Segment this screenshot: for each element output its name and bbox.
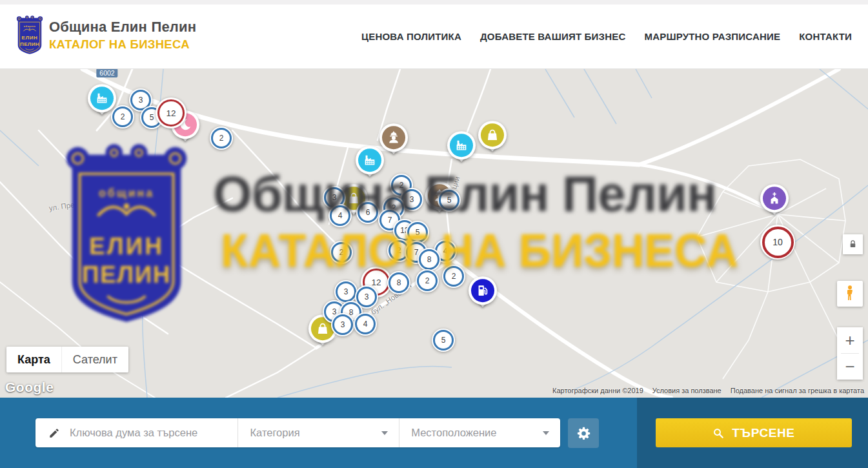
- cluster-count: 3: [410, 195, 414, 204]
- cluster-count: 2: [452, 272, 456, 281]
- cluster-marker[interactable]: 5: [438, 188, 461, 212]
- attribution-terms-link[interactable]: Условия за ползване: [652, 387, 722, 394]
- nav-item-add-business[interactable]: ДОБАВЕТЕ ВАШИЯТ БИЗНЕС: [480, 31, 625, 42]
- markers-layer: 325122235346271352274812822333834510: [0, 69, 868, 398]
- nav-item-pricing[interactable]: ЦЕНОВА ПОЛИТИКА: [361, 31, 461, 42]
- google-logo[interactable]: Google: [5, 380, 54, 395]
- location-select[interactable]: Местоположение: [399, 418, 560, 447]
- page-top-strip: [0, 0, 868, 5]
- cluster-count: 3: [344, 287, 348, 296]
- cluster-ring: 2: [211, 128, 232, 148]
- bag-pin-marker[interactable]: [478, 121, 507, 156]
- category-select[interactable]: Категория: [237, 418, 399, 447]
- pegman-icon: [845, 285, 855, 303]
- map-type-satellite-button[interactable]: Сателит: [61, 347, 128, 372]
- cluster-count: 4: [338, 211, 343, 220]
- cluster-marker[interactable]: 2: [416, 269, 439, 292]
- cluster-marker[interactable]: 8: [387, 271, 410, 294]
- church-icon: [767, 191, 782, 205]
- factory-icon: [454, 138, 469, 152]
- cluster-ring: 2: [443, 266, 464, 287]
- lock-button[interactable]: [843, 234, 863, 254]
- brand-title: Община Елин Пелин: [49, 19, 196, 36]
- search-button[interactable]: ТЪРСЕНЕ: [656, 418, 852, 447]
- nav-item-route-schedule[interactable]: МАРШРУТНО РАЗПИСАНИЕ: [644, 31, 780, 42]
- cluster-marker[interactable]: 12: [156, 97, 187, 128]
- worker-pin-marker[interactable]: [379, 123, 408, 158]
- cluster-count: 2: [339, 248, 344, 257]
- attribution-report-link[interactable]: Подаване на сигнал за грешка в картата: [731, 387, 864, 394]
- zoom-control: + −: [837, 327, 863, 380]
- cluster-marker[interactable]: 4: [354, 312, 377, 336]
- cluster-marker[interactable]: 2: [210, 127, 233, 150]
- lock-icon: [848, 239, 858, 249]
- cluster-count: 5: [150, 113, 154, 122]
- pin-circle: [379, 123, 408, 152]
- cluster-marker[interactable]: 8: [418, 248, 441, 271]
- cluster-count: 2: [425, 276, 430, 285]
- cluster-count: 7: [388, 216, 392, 225]
- cluster-count: 3: [139, 96, 143, 105]
- cluster-marker[interactable]: 2: [330, 241, 353, 264]
- brand[interactable]: Община Елин Пелин КАТАЛОГ НА БИЗНЕСА: [49, 19, 196, 52]
- brand-subtitle: КАТАЛОГ НА БИЗНЕСА: [49, 37, 196, 52]
- cluster-count: 8: [427, 255, 432, 264]
- cluster-ring: 8: [419, 249, 439, 270]
- cluster-marker[interactable]: 3: [331, 313, 354, 336]
- advanced-settings-button[interactable]: [568, 418, 599, 448]
- cluster-marker[interactable]: 2: [442, 265, 465, 288]
- main-nav: ЦЕНОВА ПОЛИТИКА ДОБАВЕТЕ ВАШИЯТ БИЗНЕС М…: [361, 5, 852, 68]
- cluster-count: 6: [366, 208, 370, 217]
- fuel-pin-marker[interactable]: [469, 276, 497, 311]
- zoom-in-button[interactable]: +: [837, 327, 863, 353]
- worker-icon: [387, 130, 401, 145]
- cluster-count: 3: [332, 193, 337, 202]
- cluster-ring: 2: [112, 107, 133, 127]
- pin-circle: [478, 121, 507, 149]
- cluster-marker[interactable]: 4: [328, 204, 352, 227]
- cluster-ring: 3: [336, 281, 356, 302]
- cluster-ring: 5: [407, 222, 428, 243]
- map-canvas[interactable]: 6002ул. Преславциибул. „Новосел 32512223…: [0, 69, 868, 398]
- map-attribution: Картографски данни ©2019 Условия за полз…: [552, 387, 864, 394]
- bag-icon: [347, 191, 361, 205]
- nav-item-contacts[interactable]: КОНТАКТИ: [799, 31, 852, 42]
- search-button-label: ТЪРСЕНЕ: [732, 426, 794, 440]
- bag-icon: [485, 128, 500, 142]
- map-type-control: Карта Сателит: [6, 347, 128, 372]
- cluster-ring: 12: [157, 99, 185, 127]
- pencil-icon: [48, 427, 60, 439]
- municipality-crest-logo[interactable]: [14, 14, 45, 56]
- map-type-map-button[interactable]: Карта: [6, 347, 61, 372]
- search-icon: [712, 427, 724, 439]
- cluster-marker[interactable]: 3: [334, 280, 358, 303]
- cluster-count: 5: [441, 336, 446, 345]
- street-view-pegman-button[interactable]: [837, 281, 863, 307]
- zoom-out-button[interactable]: −: [837, 354, 863, 380]
- bag-icon: [316, 321, 330, 336]
- cluster-count: 4: [443, 247, 448, 256]
- fuel-icon: [476, 283, 490, 298]
- attribution-copyright: Картографски данни ©2019: [552, 387, 643, 394]
- factory-pin-marker[interactable]: [447, 131, 476, 166]
- cluster-count: 4: [363, 320, 368, 329]
- cluster-count: 3: [341, 320, 345, 329]
- keyword-input[interactable]: [68, 426, 237, 440]
- pin-circle: [447, 131, 476, 159]
- search-fields-group: Категория Местоположение: [35, 418, 560, 447]
- cluster-ring: 2: [417, 270, 438, 291]
- cluster-marker[interactable]: 2: [111, 105, 134, 128]
- cluster-count: 12: [371, 278, 381, 287]
- cluster-marker[interactable]: 10: [760, 225, 795, 259]
- cluster-marker[interactable]: 6: [356, 201, 379, 224]
- cluster-ring: 10: [762, 227, 794, 258]
- page: Община Елин Пелин КАТАЛОГ НА БИЗНЕСА ЦЕН…: [0, 0, 868, 468]
- chevron-down-icon: [381, 431, 388, 435]
- pin-circle: [469, 276, 497, 305]
- cluster-count: 2: [121, 112, 125, 121]
- church-pin-marker[interactable]: [760, 184, 789, 219]
- pin-circle: [760, 184, 789, 212]
- cluster-ring: 6: [358, 202, 378, 223]
- cluster-marker[interactable]: 5: [432, 329, 455, 352]
- chevron-down-icon: [543, 431, 549, 435]
